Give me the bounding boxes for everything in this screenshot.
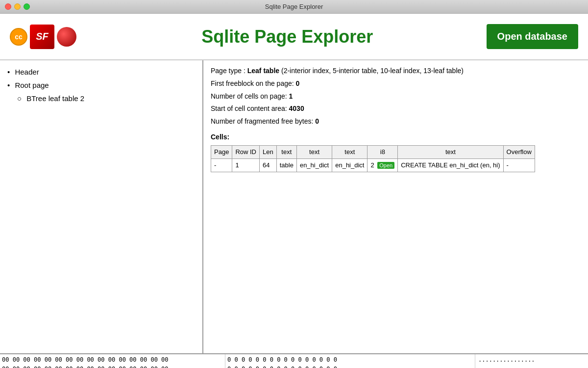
cells-count-label: Number of cells on page: xyxy=(211,92,289,100)
content-area-label: Start of cell content area: xyxy=(211,105,289,112)
page-type-line: Page type : Leaf table (2-interior index… xyxy=(211,65,581,77)
cell-rowid: 1 xyxy=(232,158,260,172)
col-text4: text xyxy=(398,145,503,158)
circle-icon: ○ xyxy=(17,94,22,103)
col-overflow: Overflow xyxy=(503,145,535,158)
fragmented-line: Number of fragmented free bytes: 0 xyxy=(211,116,581,128)
cell-col4: 2 Open xyxy=(368,158,398,172)
tree-item-header[interactable]: • Header xyxy=(7,65,195,79)
hex-row: 00 00 00 00 00 00 00 00 00 00 00 00 00 0… xyxy=(2,355,223,365)
minimize-icon[interactable] xyxy=(14,3,21,10)
cells-count-line: Number of cells on page: 1 xyxy=(211,91,581,103)
logo-area: cc SF xyxy=(10,25,88,49)
window-controls xyxy=(5,3,30,10)
maximize-icon[interactable] xyxy=(24,3,30,10)
open-database-button[interactable]: Open database xyxy=(487,24,578,49)
cells-count-value: 1 xyxy=(289,92,293,100)
close-icon[interactable] xyxy=(5,3,11,10)
app-title: Sqlite Page Explorer xyxy=(88,26,487,47)
cc-logo: cc xyxy=(10,28,27,46)
tree-item-rootpage[interactable]: • Root page xyxy=(7,79,195,92)
col-text3: text xyxy=(332,145,368,158)
bullet-icon: • xyxy=(7,68,10,76)
col-i8: i8 xyxy=(368,145,398,158)
cell-col5: CREATE TABLE en_hi_dict (en, hi) xyxy=(398,158,503,172)
freeblock-label: First freeblock on the page: xyxy=(211,79,296,87)
page-type-suffix: (2-interior index, 5-interior table, 10-… xyxy=(279,67,464,75)
cell-col1: table xyxy=(276,158,296,172)
col-rowid: Row ID xyxy=(232,145,260,158)
main-content: • Header • Root page ○ BTree leaf table … xyxy=(0,60,588,353)
cell-page: - xyxy=(211,158,232,172)
table-row: - 1 64 table en_hi_dict en_hi_dict 2 Ope… xyxy=(211,158,535,172)
ascii-row: ................ xyxy=(478,355,585,365)
tree-item-label: BTree leaf table 2 xyxy=(26,94,84,103)
col-text2: text xyxy=(296,145,332,158)
col-len: Len xyxy=(260,145,277,158)
cells-section-label: Cells: xyxy=(211,131,581,143)
freeblock-value: 0 xyxy=(296,79,300,87)
tree-item-label: Root page xyxy=(15,81,49,89)
fragmented-value: 0 xyxy=(315,117,319,125)
bottom-panel: 00 00 00 00 00 00 00 00 00 00 00 00 00 0… xyxy=(0,353,588,368)
dec-panel: 0 0 0 0 0 0 0 0 0 0 0 0 0 0 0 00 0 0 0 0… xyxy=(225,354,475,368)
sf-logo: SF xyxy=(30,25,54,49)
header: cc SF Sqlite Page Explorer Open database xyxy=(0,14,588,60)
freeblock-line: First freeblock on the page: 0 xyxy=(211,78,581,90)
content-area-line: Start of cell content area: 4030 xyxy=(211,103,581,115)
cell-overflow: - xyxy=(503,158,535,172)
fragmented-label: Number of fragmented free bytes: xyxy=(211,117,315,125)
ball-logo xyxy=(57,27,76,47)
info-panel: Page type : Leaf table (2-interior index… xyxy=(203,60,588,353)
window-title: Sqlite Page Explorer xyxy=(265,3,323,10)
dec-row: 0 0 0 0 0 0 0 0 0 0 0 0 0 0 0 0 xyxy=(227,365,473,368)
cell-len: 64 xyxy=(260,158,277,172)
titlebar: Sqlite Page Explorer xyxy=(0,0,588,14)
cell-col2: en_hi_dict xyxy=(296,158,332,172)
ascii-panel: ........................................… xyxy=(475,354,588,368)
page-type-value: Leaf table xyxy=(247,67,279,75)
page-type-prefix: Page type : xyxy=(211,67,247,75)
bullet-icon: • xyxy=(7,81,10,89)
dec-row: 0 0 0 0 0 0 0 0 0 0 0 0 0 0 0 0 xyxy=(227,355,473,365)
cell-col3: en_hi_dict xyxy=(332,158,368,172)
cells-table: Page Row ID Len text text text i8 text O… xyxy=(211,145,535,172)
hex-row: 00 00 00 00 00 00 00 00 00 00 00 00 00 0… xyxy=(2,365,223,368)
ascii-row: ................ xyxy=(478,365,585,368)
col-text1: text xyxy=(276,145,296,158)
open-badge: Open xyxy=(377,162,394,169)
content-area-value: 4030 xyxy=(289,105,304,112)
col-page: Page xyxy=(211,145,232,158)
tree-item-btree[interactable]: ○ BTree leaf table 2 xyxy=(17,92,195,105)
tree-item-label: Header xyxy=(15,68,39,76)
hex-panel: 00 00 00 00 00 00 00 00 00 00 00 00 00 0… xyxy=(0,354,225,368)
tree-panel: • Header • Root page ○ BTree leaf table … xyxy=(0,60,203,353)
